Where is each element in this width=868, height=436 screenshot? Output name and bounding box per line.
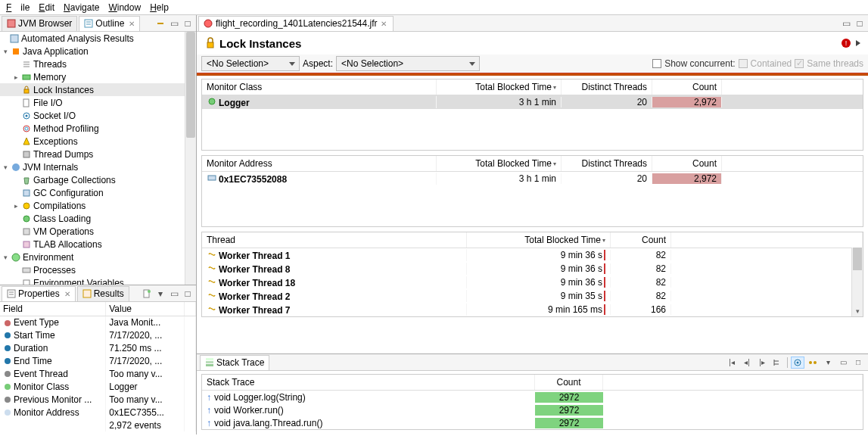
tab-outline[interactable]: Outline ✕ xyxy=(79,16,140,31)
editor-tab-jfr[interactable]: flight_recording_1401Latencies21544.jfr … xyxy=(198,16,394,31)
nav-prev-icon[interactable]: ◂| xyxy=(740,357,754,369)
menu-dropdown-icon[interactable]: ▾ xyxy=(821,357,835,369)
col-distinct-threads[interactable]: Distinct Threads xyxy=(562,156,652,171)
table-row[interactable]: Logger 3 h 1 min 20 2,972 xyxy=(202,95,863,109)
minimize-icon[interactable]: ▭ xyxy=(169,18,179,29)
tree-item-processes[interactable]: Processes xyxy=(33,265,76,276)
menu-help[interactable]: Help xyxy=(145,1,173,14)
menu-window[interactable]: Window xyxy=(104,1,145,14)
tree-item-method-profiling[interactable]: Method Profiling xyxy=(33,123,99,134)
col-thread[interactable]: Thread xyxy=(202,232,467,248)
col-monitor-address[interactable]: Monitor Address xyxy=(202,156,437,171)
table-row[interactable]: Start Time7/17/2020, ... xyxy=(0,329,196,341)
tree-item-tlab[interactable]: TLAB Allocations xyxy=(33,239,102,250)
col-stack-trace[interactable]: Stack Trace xyxy=(202,375,535,390)
chevron-down-icon[interactable]: ▾ xyxy=(0,164,11,171)
col-count[interactable]: Count xyxy=(652,79,722,95)
show-concurrent-checkbox[interactable] xyxy=(652,59,661,68)
nav-next-icon[interactable]: |▸ xyxy=(755,357,769,369)
table-row[interactable]: Worker Thread 79 min 165 ms166 xyxy=(202,303,863,316)
tree-item-environment[interactable]: Environment xyxy=(23,252,73,263)
tree-item-exceptions[interactable]: Exceptions xyxy=(33,136,78,147)
monitor-address-table[interactable]: Monitor Address Total Blocked Time▾ Dist… xyxy=(201,155,863,227)
chevron-down-icon[interactable]: ▾ xyxy=(0,48,11,55)
tree-item-socket-io[interactable]: Socket I/O xyxy=(33,111,76,121)
table-row[interactable]: Duration71.250 ms ... xyxy=(0,341,196,354)
col-value[interactable]: Value xyxy=(106,302,185,316)
tree-item-env-vars[interactable]: Environment Variables xyxy=(33,278,124,285)
table-row[interactable]: Worker Thread 19 min 36 s82 xyxy=(202,248,863,262)
tree-item-automated[interactable]: Automated Analysis Results xyxy=(21,33,134,44)
group-icon[interactable] xyxy=(791,357,804,369)
maximize-icon[interactable]: □ xyxy=(851,357,865,369)
tab-jvm-browser[interactable]: JVM Browser xyxy=(2,16,77,31)
menu-dropdown-icon[interactable]: ▾ xyxy=(155,288,166,299)
selection-combo[interactable]: <No Selection> xyxy=(201,56,300,71)
maximize-icon[interactable]: □ xyxy=(854,18,865,29)
menu-edit[interactable]: Edit xyxy=(34,1,59,14)
maximize-icon[interactable]: □ xyxy=(182,18,193,29)
chevron-right-icon[interactable]: ▸ xyxy=(11,202,21,210)
close-icon[interactable]: ✕ xyxy=(381,20,387,28)
col-field[interactable]: Field xyxy=(0,302,106,316)
tree-item-threads[interactable]: Threads xyxy=(33,59,67,70)
minimize-icon[interactable]: ▭ xyxy=(841,18,851,29)
col-total-blocked-time[interactable]: Total Blocked Time xyxy=(475,82,552,92)
tree-icon[interactable] xyxy=(770,357,784,369)
scrollbar[interactable]: ▾ xyxy=(851,248,863,316)
monitor-class-table[interactable]: Monitor Class Total Blocked Time▾ Distin… xyxy=(201,79,863,151)
table-row[interactable]: Worker Thread 189 min 36 s82 xyxy=(202,276,863,289)
col-total-blocked-time[interactable]: Total Blocked Time xyxy=(475,158,552,169)
chevron-right-icon[interactable]: ▸ xyxy=(11,73,21,81)
col-monitor-class[interactable]: Monitor Class xyxy=(202,79,437,95)
tree-item-lock-instances[interactable]: Lock Instances xyxy=(0,83,196,96)
close-icon[interactable]: ✕ xyxy=(129,20,135,28)
table-row[interactable]: Event TypeJava Monit... xyxy=(0,316,196,329)
tree-item-gc-conf[interactable]: GC Configuration xyxy=(33,188,104,198)
tree-item-vm-ops[interactable]: VM Operations xyxy=(33,226,94,237)
col-total-blocked-time[interactable]: Total Blocked Time xyxy=(524,235,601,245)
tree-item-gc[interactable]: Garbage Collections xyxy=(33,175,116,185)
dropdown-icon[interactable] xyxy=(856,40,860,46)
maximize-icon[interactable]: □ xyxy=(182,288,193,299)
table-row[interactable]: Worker Thread 89 min 36 s82 xyxy=(202,262,863,276)
table-row[interactable]: ↑void java.lang.Thread.run()2972 xyxy=(202,416,863,429)
tree-item-memory[interactable]: Memory xyxy=(33,72,66,83)
outline-tree[interactable]: Automated Analysis Results ▾Java Applica… xyxy=(0,32,196,285)
table-row[interactable]: ↑void Logger.log(String)2972 xyxy=(202,391,863,403)
table-row[interactable]: Previous Monitor ...Too many v... xyxy=(0,393,196,406)
tab-properties[interactable]: Properties ✕ xyxy=(2,286,76,301)
minimize-icon[interactable]: ▭ xyxy=(836,357,850,369)
minimize-icon[interactable]: ▭ xyxy=(169,288,179,299)
tree-item-thread-dumps[interactable]: Thread Dumps xyxy=(33,149,93,160)
aspect-combo[interactable]: <No Selection> xyxy=(336,56,480,71)
tree-item-file-io[interactable]: File I/O xyxy=(33,98,63,108)
menu-file[interactable]: File xyxy=(2,1,34,14)
table-row[interactable]: Monitor Address0x1EC7355... xyxy=(0,406,196,419)
table-row[interactable]: 0x1EC73552088 3 h 1 min 20 2,972 xyxy=(202,172,863,185)
error-icon[interactable]: ! xyxy=(841,38,851,48)
close-icon[interactable]: ✕ xyxy=(64,290,70,298)
tab-stack-trace[interactable]: Stack Trace xyxy=(200,355,269,370)
col-count[interactable]: Count xyxy=(652,156,722,171)
stack-trace-table[interactable]: Stack Trace Count ↑void Logger.log(Strin… xyxy=(201,374,863,430)
col-count[interactable]: Count xyxy=(535,375,603,390)
tree-item-jvm-internals[interactable]: JVM Internals xyxy=(23,162,78,173)
table-row[interactable]: Event ThreadToo many v... xyxy=(0,367,196,380)
col-count[interactable]: Count xyxy=(611,232,671,248)
chevron-down-icon[interactable]: ▾ xyxy=(852,306,863,316)
table-row[interactable]: Monitor ClassLogger xyxy=(0,380,196,393)
new-icon[interactable] xyxy=(142,288,152,299)
table-row[interactable]: ↑void Worker.run()2972 xyxy=(202,403,863,416)
chevron-down-icon[interactable]: ▾ xyxy=(0,254,11,261)
tree-item-compilations[interactable]: Compilations xyxy=(33,201,86,211)
menu-navigate[interactable]: Navigate xyxy=(59,1,104,14)
table-row[interactable]: Worker Thread 29 min 35 s82 xyxy=(202,289,863,303)
nav-first-icon[interactable]: |◂ xyxy=(725,357,739,369)
tree-item-class-loading[interactable]: Class Loading xyxy=(33,213,91,224)
table-row[interactable]: End Time7/17/2020, ... xyxy=(0,354,196,367)
scrollbar[interactable] xyxy=(185,32,196,285)
col-distinct-threads[interactable]: Distinct Threads xyxy=(562,79,652,95)
tree-item-java-app[interactable]: Java Application xyxy=(23,46,89,57)
tab-results[interactable]: Results xyxy=(77,286,129,301)
